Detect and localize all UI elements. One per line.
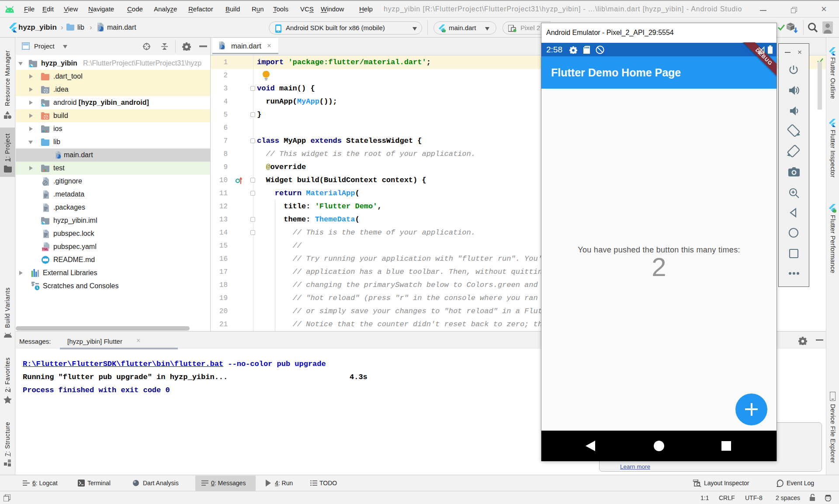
svg-text:YML: YML — [42, 248, 49, 251]
